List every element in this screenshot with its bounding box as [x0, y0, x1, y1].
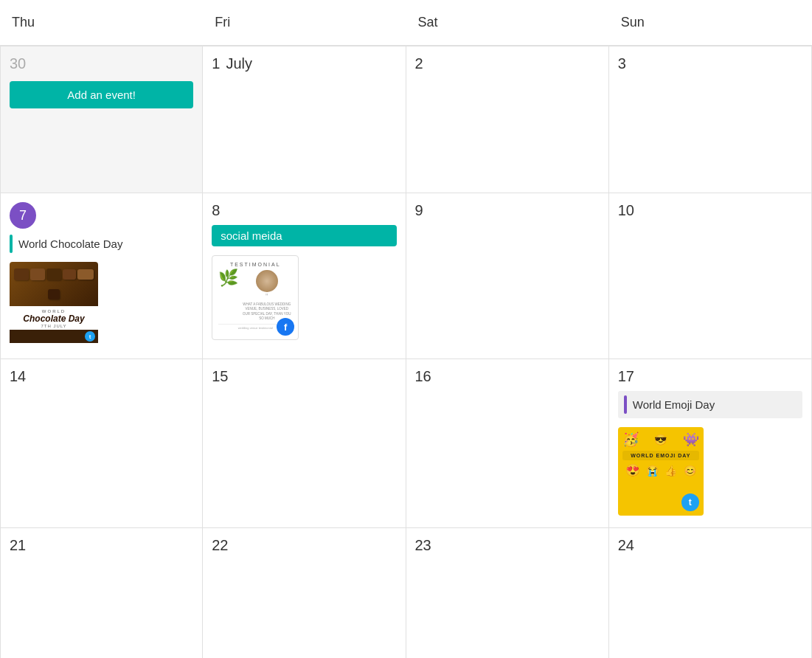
world-chocolate-day-label[interactable]: World Chocolate Day [10, 235, 193, 253]
add-event-button[interactable]: Add an event! [10, 81, 193, 108]
emoji-day-title: WORLD EMOJI DAY [625, 453, 696, 458]
cell-14: 14 [0, 359, 203, 528]
cell-8: 8 social meida Testimonial 🌿 " WHAT A FA… [203, 193, 406, 359]
world-emoji-day-text: World Emoji Day [633, 395, 715, 414]
emoji-day-title-bg: WORLD EMOJI DAY [622, 451, 699, 460]
date-22: 22 [212, 537, 396, 554]
cell-30: 30 Add an event! [0, 46, 203, 193]
date-8: 8 [212, 202, 396, 219]
cell-1-july: 1 July [203, 46, 406, 193]
choc-dark-bar: t [10, 330, 98, 343]
cell-16: 16 [406, 359, 609, 528]
testimonial-leaves-icon: 🌿 [218, 270, 238, 286]
emoji-twitter-icon: t [681, 494, 699, 511]
date-7: 7 [10, 202, 36, 229]
calendar-header: Thu Fri Sat Sun [0, 0, 812, 46]
emoji-card-container[interactable]: 🥳 😎 👾 WORLD EMOJI DAY 😍 😭 👍 😊 t [618, 427, 704, 516]
cell-2: 2 [406, 46, 609, 193]
date-15: 15 [212, 368, 396, 385]
cell-22: 22 [203, 528, 406, 658]
header-sun: Sun [609, 15, 812, 38]
emoji-love-icon: 😍 [625, 463, 640, 477]
calendar-grid: 30 Add an event! 1 July 2 3 7 World Choc… [0, 46, 812, 658]
cell-3: 3 [609, 46, 812, 193]
choc-card-text: WORLD Chocolate Day 7TH JULY [10, 306, 98, 330]
emoji-bottom-row: 😍 😭 👍 😊 [622, 463, 699, 477]
choc-date-label: 7TH JULY [11, 324, 97, 328]
cell-10: 10 [609, 193, 812, 359]
date-16: 16 [415, 368, 600, 385]
cell-24: 24 [609, 528, 812, 658]
testimonial-title-text: Testimonial [218, 262, 292, 267]
date-3: 3 [618, 55, 802, 72]
cell-23: 23 [406, 528, 609, 658]
chocolate-day-card: WORLD Chocolate Day 7TH JULY t [10, 262, 98, 347]
emoji-thumbsup-icon: 👍 [664, 465, 677, 477]
cell-17: 17 World Emoji Day 🥳 😎 👾 WORLD EMOJI DAY… [609, 359, 812, 528]
header-fri: Fri [203, 15, 406, 38]
emoji-sunglasses-icon: 😎 [654, 434, 667, 446]
testimonial-quote-icon: " [266, 294, 268, 301]
testimonial-body: 🌿 " WHAT A FABULOUS WEDDING VENUE, BUSIN… [218, 270, 292, 321]
emoji-top-row: 🥳 😎 👾 [622, 432, 699, 448]
cell-7: 7 World Chocolate Day [0, 193, 203, 359]
date-num-1: 1 [212, 55, 220, 72]
date-2: 2 [415, 55, 600, 72]
date-1: 1 July [212, 55, 396, 72]
date-21: 21 [10, 537, 193, 554]
emoji-party-icon: 🥳 [622, 432, 639, 448]
testimonial-card-container[interactable]: Testimonial 🌿 " WHAT A FABULOUS WEDDING … [212, 255, 299, 340]
header-sat: Sat [406, 15, 609, 38]
date-14: 14 [10, 368, 193, 385]
social-meida-tag[interactable]: social meida [212, 225, 396, 246]
cell-9: 9 [406, 193, 609, 359]
choc-image-top [10, 262, 98, 306]
emoji-face-icon: 😊 [684, 465, 696, 477]
cell-15: 15 [203, 359, 406, 528]
testimonial-photo [256, 270, 278, 292]
header-thu: Thu [0, 15, 203, 38]
date-30: 30 [10, 55, 193, 72]
month-label: July [226, 55, 252, 72]
date-17: 17 [618, 368, 802, 385]
world-emoji-day-label[interactable]: World Emoji Day [618, 391, 802, 418]
emoji-label-bar [624, 395, 627, 414]
choc-name-label: Chocolate Day [11, 314, 97, 324]
date-10: 10 [618, 202, 802, 219]
date-23: 23 [415, 537, 600, 554]
chocolate-card-container[interactable]: WORLD Chocolate Day 7TH JULY t t [10, 262, 98, 347]
twitter-icon: t [85, 331, 95, 342]
event-bar [10, 235, 13, 253]
cell-21: 21 [0, 528, 203, 658]
emoji-alien-icon: 👾 [683, 432, 699, 448]
date-24: 24 [618, 537, 802, 554]
date-9: 9 [415, 202, 600, 219]
emoji-sob-icon: 😭 [646, 465, 659, 477]
world-chocolate-day-text: World Chocolate Day [18, 235, 122, 253]
